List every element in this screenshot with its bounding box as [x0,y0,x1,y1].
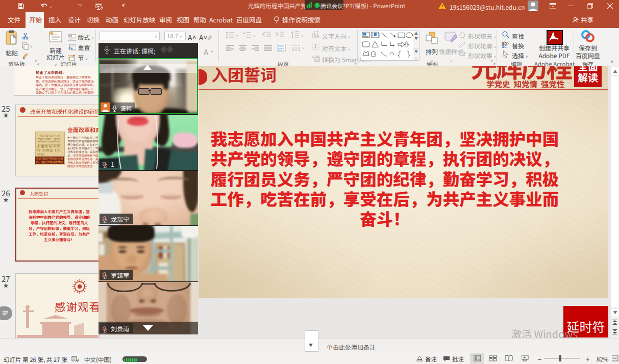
svg-text:A: A [316,33,319,38]
svg-text:ac: ac [502,43,507,48]
